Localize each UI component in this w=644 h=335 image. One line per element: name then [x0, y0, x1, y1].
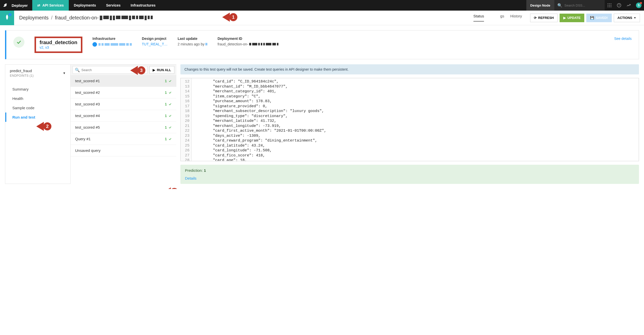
- update-button[interactable]: ▶ UPDATE: [560, 14, 584, 22]
- play-icon: ▶: [153, 68, 155, 72]
- annotation-2: 2: [43, 122, 51, 130]
- test-item[interactable]: test_scored #3 1: [71, 98, 176, 110]
- svg-point-3: [608, 5, 608, 6]
- refresh-icon: ⟳: [534, 16, 537, 20]
- svg-point-0: [608, 4, 608, 4]
- test-item[interactable]: Unsaved query: [71, 145, 176, 156]
- tab-services[interactable]: Services: [101, 0, 126, 11]
- saved-button: 💾 SAVED!: [586, 14, 611, 22]
- avatar[interactable]: S: [636, 3, 641, 8]
- global-search-input[interactable]: [564, 4, 600, 7]
- tab-sample-code[interactable]: Sample code: [5, 103, 70, 113]
- tab-infrastructures[interactable]: Infrastructures: [126, 0, 161, 11]
- rocket-icon[interactable]: [0, 11, 14, 25]
- test-name: test_scored #5: [75, 125, 100, 129]
- deployment-id-block: Deployment ID fraud_detection-on-: [217, 37, 278, 46]
- global-search[interactable]: 🔍: [554, 0, 605, 11]
- notice-banner: Changes to this test query will not be s…: [180, 64, 639, 74]
- svg-point-6: [608, 7, 608, 7]
- page-tabs: Status gs History: [473, 14, 522, 22]
- test-count: 1: [165, 102, 167, 106]
- actions-label: ACTIONS: [618, 16, 632, 20]
- design-project-label: Design project: [142, 37, 168, 41]
- redacted-id: [249, 43, 278, 45]
- run-all-button[interactable]: ▶ RUN ALL: [149, 66, 174, 74]
- tab-api-services-label: API Services: [42, 3, 64, 7]
- tab-api-services[interactable]: ⇄ API Services: [32, 0, 69, 11]
- test-item[interactable]: test_scored #1 1: [71, 75, 176, 87]
- deployment-id-label: Deployment ID: [217, 37, 278, 41]
- tab-run-and-test[interactable]: Run and test: [5, 113, 70, 122]
- test-item[interactable]: test_scored #4 1: [71, 110, 176, 122]
- redacted-infra: [99, 43, 132, 46]
- test-count: 1: [165, 137, 167, 141]
- svg-point-8: [611, 7, 611, 7]
- tab-health[interactable]: Health: [5, 94, 70, 103]
- details-link[interactable]: Details: [185, 176, 634, 180]
- prediction-value: 1: [204, 168, 206, 173]
- refresh-button[interactable]: ⟳ REFRESH: [530, 14, 558, 22]
- save-icon: 💾: [590, 16, 594, 20]
- breadcrumb: Deployments / fraud_detection-on-: [19, 15, 467, 21]
- arrow-icon: ⇄: [37, 3, 40, 7]
- test-item[interactable]: test_scored #5 1: [71, 122, 176, 133]
- editor-code[interactable]: "card_id": "C_ID_964184c24c", "merchant_…: [192, 78, 329, 161]
- test-panel: 🔍 ▶ RUN ALL test_scored #1 1 test_scored…: [71, 64, 176, 184]
- tab-deployments[interactable]: Deployments: [69, 0, 101, 11]
- test-count: 1: [165, 79, 167, 83]
- logo-icon[interactable]: [0, 3, 11, 8]
- code-editor[interactable]: 12 13 14 15 16 17 18 19 20 21 22 23 24 2…: [180, 78, 639, 161]
- last-update-value: 2 minutes ago by: [178, 42, 206, 46]
- search-icon: 🔍: [75, 68, 80, 72]
- design-project-value[interactable]: TUT_REAL_T…: [142, 42, 168, 46]
- deployment-versions: v2, v3: [40, 45, 77, 49]
- redacted-text: [100, 16, 153, 20]
- infrastructure-block: Infrastructure: [92, 37, 132, 47]
- test-panel-header: 🔍 ▶ RUN ALL: [71, 65, 176, 75]
- trend-icon[interactable]: [624, 0, 633, 11]
- play-icon: ▶: [563, 16, 566, 20]
- query-panel: Changes to this test query will not be s…: [176, 64, 639, 184]
- actions-button[interactable]: ACTIONS ▼: [614, 14, 640, 22]
- deployment-name: fraud_detection: [40, 40, 77, 45]
- annotation-3: 3: [137, 66, 145, 74]
- tab-logs[interactable]: gs: [500, 14, 504, 22]
- svg-point-1: [609, 4, 610, 4]
- breadcrumb-root[interactable]: Deployments: [19, 15, 49, 21]
- test-count: 1: [165, 125, 167, 129]
- search-icon: 🔍: [557, 3, 562, 8]
- test-list: test_scored #1 1 test_scored #2 1 test_s…: [71, 75, 176, 156]
- endpoint-tabs: Summary Health Sample code Run and test: [5, 81, 70, 125]
- help-icon[interactable]: ?: [614, 0, 624, 11]
- endpoint-selector[interactable]: predict_fraud ENDPOINTS (1) ▼: [5, 65, 70, 81]
- editor-gutter: 12 13 14 15 16 17 18 19 20 21 22 23 24 2…: [181, 78, 192, 161]
- design-project-block: Design project TUT_REAL_T…: [142, 37, 168, 46]
- test-item[interactable]: Query #1 1: [71, 133, 176, 145]
- see-details-link[interactable]: See details: [614, 37, 632, 41]
- svg-point-2: [611, 4, 611, 4]
- check-icon: [168, 126, 172, 129]
- tab-history[interactable]: History: [510, 14, 522, 22]
- status-check-icon: [13, 37, 24, 48]
- infra-icon: [92, 42, 97, 47]
- design-node[interactable]: Design Node: [526, 0, 554, 11]
- annotation-1: 1: [229, 13, 237, 21]
- brand: Deployer: [11, 3, 32, 8]
- test-count: 1: [165, 114, 167, 118]
- refresh-label: REFRESH: [538, 16, 554, 20]
- caret-down-icon: ▼: [63, 71, 66, 75]
- test-item[interactable]: test_scored #2 1: [71, 87, 176, 98]
- test-name: test_scored #1: [75, 79, 100, 83]
- apps-icon[interactable]: [605, 0, 614, 11]
- svg-point-7: [609, 7, 610, 7]
- check-icon: [168, 91, 172, 94]
- test-name: test_scored #2: [75, 90, 100, 95]
- result-panel: Prediction: 1 Details: [180, 165, 639, 184]
- breadcrumb-current: fraud_detection-on-: [55, 15, 99, 21]
- check-icon: [168, 79, 172, 83]
- prediction-label: Prediction:: [185, 168, 204, 173]
- tab-status[interactable]: Status: [473, 14, 484, 22]
- deployment-card: fraud_detection v2, v3 Infrastructure De…: [5, 30, 639, 59]
- tab-summary[interactable]: Summary: [5, 85, 70, 94]
- annotation-4: 4: [170, 188, 178, 189]
